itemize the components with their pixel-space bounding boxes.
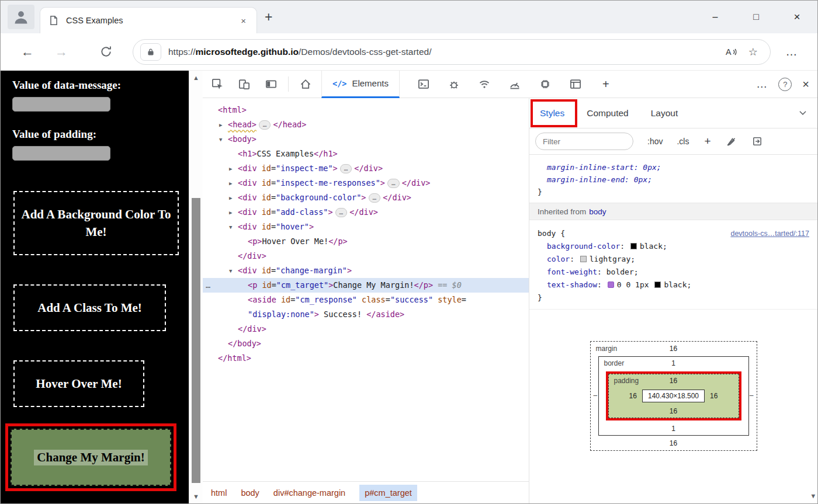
scrollbar-thumb[interactable]: [192, 198, 200, 483]
expand-node-icon[interactable]: ▶: [229, 206, 232, 220]
application-tool-button[interactable]: [566, 74, 585, 94]
debugger-tool-button[interactable]: [444, 74, 464, 94]
color-swatch[interactable]: [580, 256, 587, 262]
toggle-pseudo-button[interactable]: :hov: [647, 137, 663, 146]
styles-filter-input[interactable]: [535, 133, 633, 150]
back-button[interactable]: ←: [16, 44, 39, 60]
forward-button[interactable]: →: [50, 44, 73, 60]
console-tool-button[interactable]: [414, 74, 434, 94]
rendering-emulation-button[interactable]: [726, 136, 737, 147]
browser-tab[interactable]: CSS Examples ×: [40, 8, 257, 33]
maximize-button[interactable]: □: [736, 1, 777, 33]
tab-elements[interactable]: </> Elements: [321, 71, 400, 98]
box-model-diagram[interactable]: margin 16 – – border 1: [590, 341, 757, 451]
shadow-editor-icon[interactable]: [608, 281, 614, 288]
color-swatch[interactable]: [654, 281, 661, 288]
css-declaration[interactable]: font-weight: bolder;: [538, 266, 809, 279]
box-model-margin[interactable]: margin 16 – – border 1: [590, 341, 757, 451]
hover-over-me-button[interactable]: Hover Over Me!: [13, 360, 144, 407]
data-message-input[interactable]: [12, 97, 110, 112]
open-sidebar-button[interactable]: [752, 136, 762, 147]
new-style-rule-button[interactable]: +: [704, 135, 710, 148]
border-bottom-value[interactable]: 1: [599, 423, 748, 433]
dom-line[interactable]: ▼<body>: [203, 132, 529, 147]
dom-line[interactable]: <html>: [203, 103, 529, 117]
dom-line[interactable]: ▼<div id="hover">: [203, 220, 529, 234]
rule-selector[interactable]: body: [538, 229, 556, 238]
settings-menu-icon[interactable]: …: [780, 45, 803, 58]
device-emulation-button[interactable]: [234, 74, 254, 94]
dom-line[interactable]: ▶<head>…</head>: [203, 117, 529, 132]
css-declaration[interactable]: color: lightgray;: [538, 253, 809, 266]
scroll-down-icon[interactable]: ▼: [189, 493, 203, 500]
dom-line[interactable]: ▶<div id="background-color">…</div>: [203, 190, 529, 205]
dom-line[interactable]: </div>: [203, 322, 529, 336]
dom-line[interactable]: </body>: [203, 336, 529, 351]
content-size-value[interactable]: 140.430×18.500: [642, 390, 705, 402]
profile-avatar[interactable]: [8, 5, 34, 29]
element-classes-button[interactable]: .cls: [677, 137, 689, 146]
devtools-close-icon[interactable]: ×: [802, 78, 809, 91]
more-tabs-button[interactable]: [798, 107, 808, 120]
dom-line[interactable]: …<p id="cm_target">Change My Margin!</p>…: [203, 278, 529, 293]
network-tool-button[interactable]: [474, 74, 494, 94]
color-swatch[interactable]: [630, 243, 637, 249]
dom-line[interactable]: "display:none"> Success! </aside>: [203, 307, 529, 322]
read-aloud-button[interactable]: A: [725, 47, 738, 57]
breadcrumb-item[interactable]: html: [211, 488, 227, 498]
inspect-element-button[interactable]: [207, 74, 227, 94]
expand-node-icon[interactable]: ▶: [229, 191, 232, 206]
collapse-node-icon[interactable]: ▼: [229, 264, 232, 279]
dom-line[interactable]: </div>: [203, 249, 529, 263]
breadcrumb-item[interactable]: p#cm_target: [359, 485, 417, 501]
css-declaration[interactable]: text-shadow: 0 0 1px black;: [538, 279, 809, 291]
breadcrumb-item[interactable]: body: [241, 488, 259, 498]
margin-right-value[interactable]: –: [750, 391, 754, 399]
change-margin-button[interactable]: Change My Margin!: [11, 429, 171, 486]
close-button[interactable]: ×: [777, 1, 817, 33]
dom-line[interactable]: <h1>CSS Examples</h1>: [203, 147, 529, 161]
margin-left-value[interactable]: –: [594, 391, 598, 399]
scroll-down-icon[interactable]: ▼: [811, 492, 815, 500]
box-model-border[interactable]: border 1 padding 16: [598, 356, 749, 436]
padding-right-value[interactable]: 16: [710, 392, 718, 400]
activity-bar-button[interactable]: [261, 74, 281, 94]
performance-tool-button[interactable]: [505, 74, 525, 94]
scroll-up-icon[interactable]: ▲: [189, 74, 203, 81]
dom-line[interactable]: ▶<div id="add-class">…</div>: [203, 205, 529, 220]
node-options-icon[interactable]: …: [206, 278, 210, 293]
add-background-button[interactable]: Add A Background Color To Me!: [13, 191, 179, 255]
refresh-button[interactable]: [94, 46, 117, 58]
padding-bottom-value[interactable]: 16: [609, 405, 739, 415]
new-tab-button[interactable]: +: [265, 9, 272, 25]
dom-line[interactable]: </html>: [203, 351, 529, 366]
address-bar[interactable]: https://microsoftedge.github.io/Demos/de…: [133, 39, 771, 65]
devtools-more-icon[interactable]: …: [756, 78, 768, 91]
collapse-node-icon[interactable]: ▼: [229, 220, 232, 235]
dom-line[interactable]: <aside id="cm_response" class="success" …: [203, 293, 529, 307]
stylesheet-source-link[interactable]: devtools-cs…tarted/:117: [730, 227, 809, 240]
tab-layout[interactable]: Layout: [651, 108, 678, 119]
page-scrollbar[interactable]: ▲ ▼: [189, 71, 203, 503]
site-info-button[interactable]: [140, 43, 161, 61]
inherited-body-link[interactable]: body: [589, 207, 606, 216]
collapse-node-icon[interactable]: ▼: [219, 133, 222, 147]
padding-input[interactable]: [12, 146, 110, 161]
css-declaration[interactable]: background-color: black;: [538, 240, 809, 253]
favorites-star-icon[interactable]: ☆: [748, 46, 758, 58]
minimize-button[interactable]: –: [695, 1, 736, 33]
welcome-home-button[interactable]: [296, 74, 316, 94]
box-model-padding[interactable]: padding 16 16 140.430×18.500 16: [608, 374, 739, 418]
expand-node-icon[interactable]: ▶: [219, 118, 222, 133]
dom-line[interactable]: ▶<div id="inspect-me-responses">…</div>: [203, 176, 529, 190]
memory-tool-button[interactable]: [535, 74, 555, 94]
padding-left-value[interactable]: 16: [629, 392, 637, 400]
expand-node-icon[interactable]: ▶: [229, 162, 232, 176]
expand-node-icon[interactable]: ▶: [229, 176, 232, 191]
dom-line[interactable]: <p>Hover Over Me!</p>: [203, 234, 529, 249]
tab-computed[interactable]: Computed: [587, 108, 629, 119]
dom-line[interactable]: ▶<div id="inspect-me">…</div>: [203, 161, 529, 176]
add-tools-button[interactable]: +: [596, 74, 616, 94]
margin-bottom-value[interactable]: 16: [591, 437, 757, 447]
add-class-button[interactable]: Add A Class To Me!: [13, 284, 166, 331]
